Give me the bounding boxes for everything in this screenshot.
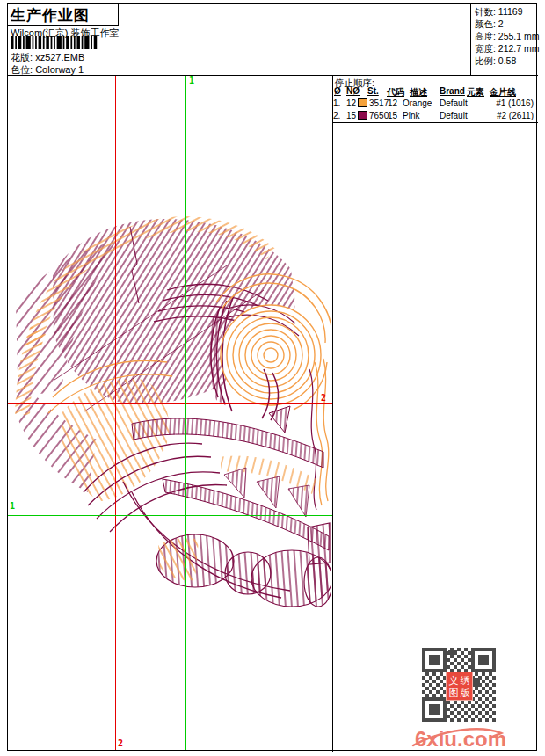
marker-color1-left: 1 — [10, 502, 15, 511]
marker-color1-top: 1 — [189, 76, 194, 85]
marker-color2-bottom: 2 — [118, 739, 123, 748]
skull-design — [15, 216, 332, 607]
marker-color2-right: 2 — [321, 394, 326, 403]
watermark-swoosh — [404, 721, 519, 752]
design-canvas — [0, 0, 545, 756]
production-worksheet: 生产作业图 Wilcom(汇京) 装饰工作室 花版: xz527.EMB 色位:… — [0, 0, 545, 756]
stamp-logo: 义 绣 图 版 — [446, 672, 473, 701]
